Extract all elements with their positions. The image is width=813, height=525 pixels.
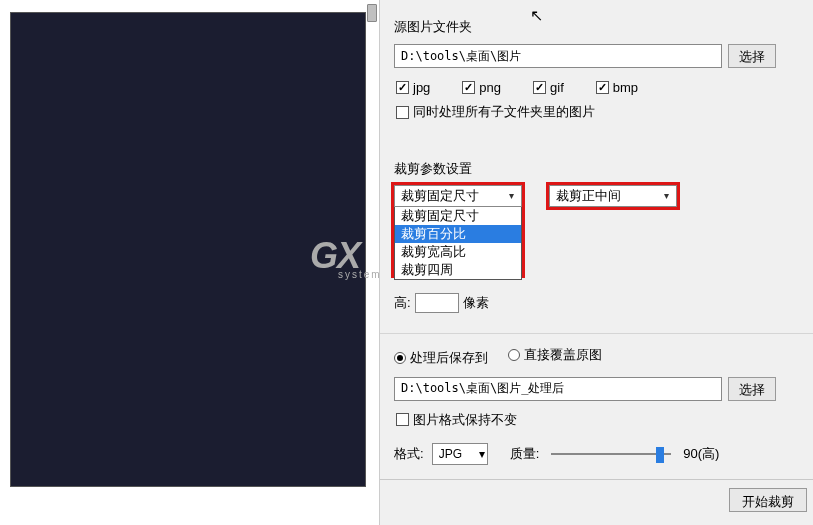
browse-source-button[interactable]: 选择 xyxy=(728,44,776,68)
format-bmp-checkbox[interactable]: bmp xyxy=(596,80,638,95)
chevron-down-icon: ▾ xyxy=(503,190,519,201)
source-folder-label: 源图片文件夹 xyxy=(394,18,803,36)
crop-position-select[interactable]: 裁剪正中间 ▾ xyxy=(549,185,677,207)
crop-mode-option[interactable]: 裁剪固定尺寸 xyxy=(395,207,521,225)
scrollbar-thumb[interactable] xyxy=(367,4,377,22)
overwrite-label: 直接覆盖原图 xyxy=(524,346,602,364)
crop-mode-dropdown: 裁剪固定尺寸 裁剪百分比 裁剪宽高比 裁剪四周 xyxy=(394,207,522,280)
format-jpg-checkbox[interactable]: jpg xyxy=(396,80,430,95)
divider xyxy=(380,333,813,334)
chevron-down-icon: ▾ xyxy=(658,190,674,201)
crop-mode-value: 裁剪固定尺寸 xyxy=(401,187,479,205)
crop-mode-select[interactable]: 裁剪固定尺寸 ▾ xyxy=(394,185,522,207)
format-gif-checkbox[interactable]: gif xyxy=(533,80,564,95)
chevron-down-icon: ▾ xyxy=(479,447,485,461)
crop-position-value: 裁剪正中间 xyxy=(556,187,621,205)
source-path-input[interactable] xyxy=(394,44,722,68)
height-label: 高: xyxy=(394,294,411,312)
image-preview xyxy=(10,12,366,487)
quality-label: 质量: xyxy=(510,445,540,463)
recurse-subfolders-checkbox[interactable]: 同时处理所有子文件夹里的图片 xyxy=(396,103,595,121)
format-png-label: png xyxy=(479,80,501,95)
height-unit: 像素 xyxy=(463,294,489,312)
format-png-checkbox[interactable]: png xyxy=(462,80,501,95)
save-to-label: 处理后保存到 xyxy=(410,349,488,367)
quality-slider[interactable] xyxy=(551,445,671,463)
save-to-radio[interactable]: 处理后保存到 xyxy=(394,349,488,367)
start-crop-button[interactable]: 开始裁剪 xyxy=(729,488,807,512)
browse-output-button[interactable]: 选择 xyxy=(728,377,776,401)
settings-pane: 源图片文件夹 选择 jpg png gif bmp 同时处理所有子文件夹里的图片… xyxy=(380,0,813,525)
recurse-label: 同时处理所有子文件夹里的图片 xyxy=(413,103,595,121)
crop-mode-option[interactable]: 裁剪百分比 xyxy=(395,225,521,243)
format-label: 格式: xyxy=(394,445,424,463)
format-jpg-label: jpg xyxy=(413,80,430,95)
crop-mode-option[interactable]: 裁剪四周 xyxy=(395,261,521,279)
preview-pane xyxy=(0,0,380,525)
quality-value: 90(高) xyxy=(683,445,719,463)
format-gif-label: gif xyxy=(550,80,564,95)
height-input[interactable] xyxy=(415,293,459,313)
format-value: JPG xyxy=(439,447,462,461)
format-select[interactable]: JPG ▾ xyxy=(432,443,488,465)
slider-thumb[interactable] xyxy=(656,447,664,463)
crop-params-label: 裁剪参数设置 xyxy=(394,160,803,178)
output-path-input[interactable] xyxy=(394,377,722,401)
overwrite-radio[interactable]: 直接覆盖原图 xyxy=(508,346,602,364)
keep-format-checkbox[interactable]: 图片格式保持不变 xyxy=(396,411,517,429)
format-bmp-label: bmp xyxy=(613,80,638,95)
crop-mode-option[interactable]: 裁剪宽高比 xyxy=(395,243,521,261)
keep-format-label: 图片格式保持不变 xyxy=(413,411,517,429)
